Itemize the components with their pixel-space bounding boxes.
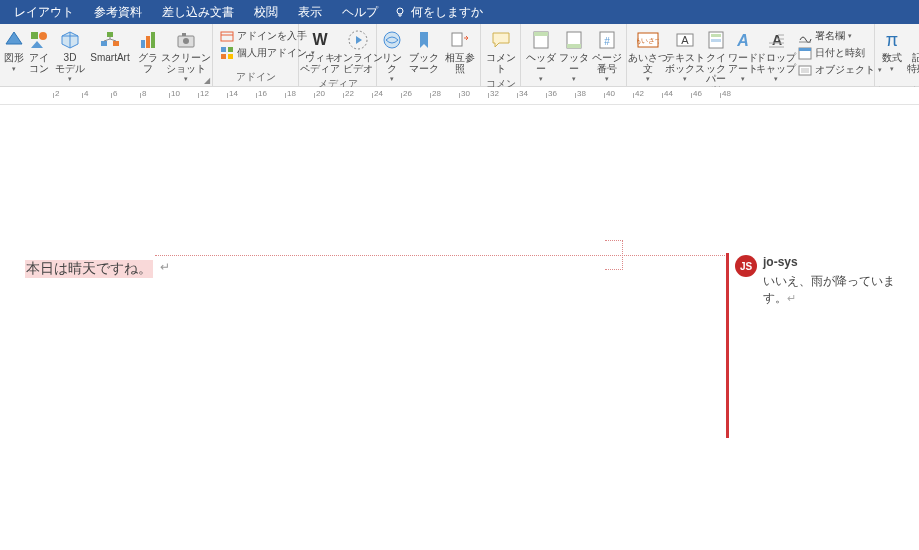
dropcap-label: ドロップ キャップ [756,53,796,74]
menu-layout[interactable]: レイアウト [4,1,84,24]
svg-text:W: W [312,31,328,48]
link-label: リン ク [382,53,402,74]
3d-models-button[interactable]: 3D モデル ▾ [53,26,87,84]
footer-icon [563,29,585,51]
menu-view[interactable]: 表示 [288,1,332,24]
get-addins-label: アドインを入手 [237,29,307,43]
datetime-button[interactable]: 日付と時刻 [796,45,884,61]
store-icon [220,29,234,43]
smartart-icon [99,29,121,51]
comment-track-bar [726,253,729,438]
signature-icon [798,29,812,43]
tracked-change-text[interactable]: 本日は晴天ですね。 [25,260,153,278]
svg-point-2 [39,32,47,40]
svg-rect-37 [799,48,811,51]
pagenumber-icon: # [596,29,618,51]
link-button[interactable]: リン ク ▾ [380,26,405,84]
ruler-mark: 18 [287,89,296,98]
shapes-icon [3,29,25,51]
symbol-button[interactable]: Ω 記号と 特殊文字 ▾ [906,26,919,84]
icons-label: アイコン [26,53,52,74]
svg-rect-33 [711,39,721,42]
icons-icon [28,29,50,51]
ruler-mark: 16 [258,89,267,98]
svg-rect-14 [228,47,233,52]
textbox-icon: A [674,29,696,51]
svg-rect-3 [107,32,113,37]
comment-icon [490,29,512,51]
my-addins-label: 個人用アドイン [237,46,307,60]
datetime-label: 日付と時刻 [815,46,865,60]
pagenumber-button[interactable]: # ページ 番号 ▾ [590,26,623,84]
bookmark-icon [413,29,435,51]
smartart-button[interactable]: SmartArt [87,26,133,84]
document-page[interactable]: 本日は晴天ですね。 ↵ [0,105,720,550]
dropdown-icon: ▾ [572,75,576,82]
signature-label: 署名欄 [815,29,845,43]
ruler-mark: 12 [200,89,209,98]
svg-rect-1 [31,32,38,39]
svg-text:π: π [886,30,898,50]
chart-button[interactable]: グラフ [133,26,163,84]
chart-label: グラフ [134,53,162,74]
svg-point-0 [397,8,403,14]
equation-button[interactable]: π 数式 ▾ [878,26,906,84]
object-button[interactable]: オブジェクト ▾ [796,62,884,78]
svg-rect-39 [801,68,809,73]
link-icon [381,29,403,51]
svg-rect-5 [113,41,119,46]
screenshot-label: スクリーン ショット [161,53,211,74]
dropdown-icon: ▾ [890,65,894,72]
menu-references[interactable]: 参考資料 [84,1,152,24]
icons-button[interactable]: アイコン [25,26,53,84]
ruler-mark: 22 [345,89,354,98]
group-addins: アドインを入手 個人用アドイン ▾ アドイン [213,24,299,86]
svg-rect-16 [228,54,233,59]
smartart-label: SmartArt [90,53,129,64]
header-label: ヘッダー [525,53,556,74]
ruler-mark: 48 [722,89,731,98]
tell-me-search[interactable]: 何をしますか [394,4,483,21]
online-video-button[interactable]: オンライン ビデオ [338,26,378,76]
svg-rect-8 [151,32,155,48]
pi-icon: π [881,29,903,51]
shapes-button[interactable]: 図形 ▾ [3,26,25,84]
screenshot-button[interactable]: スクリーン ショット ▾ [163,26,209,84]
textbox-label: テキスト ボックス [665,53,705,74]
wordart-label: ワード アート [728,53,758,74]
svg-text:A: A [772,32,782,48]
bookmark-button[interactable]: ブックマーク [405,26,443,84]
ruler-mark: 34 [519,89,528,98]
comment-text-content: いいえ、雨が降っています。 [763,274,895,305]
comment-label: コメン ト [486,53,516,74]
svg-rect-11 [182,33,186,36]
horizontal-ruler[interactable]: 2468101214161820222426283032343638404244… [0,87,919,105]
camera-icon [175,29,197,51]
dropcap-icon: A [765,29,787,51]
ruler-mark: 20 [316,89,325,98]
menu-help[interactable]: ヘルプ [332,1,388,24]
header-button[interactable]: ヘッダー ▾ [524,26,557,84]
menu-mailings[interactable]: 差し込み文書 [152,1,244,24]
ruler-mark: 26 [403,89,412,98]
signature-button[interactable]: 署名欄 ▾ [796,28,884,44]
svg-text:A: A [736,32,749,49]
menu-review[interactable]: 校閲 [244,1,288,24]
comment-body[interactable]: いいえ、雨が降っています。↵ [763,273,915,307]
footer-button[interactable]: フッター ▾ [557,26,590,84]
comment-balloon[interactable]: JS jo-sys いいえ、雨が降っています。↵ [735,255,915,307]
quickparts-icon [705,29,727,51]
dropdown-icon: ▾ [741,75,745,82]
avatar: JS [735,255,757,277]
ruler-mark: 8 [142,89,146,98]
dialog-launcher-icon[interactable]: ◢ [204,76,210,85]
object-label: オブジェクト [815,63,875,77]
cube-icon [59,29,81,51]
crossref-button[interactable]: 相互参照 [443,26,477,84]
paragraph-mark: ↵ [787,292,796,304]
comment-button[interactable]: コメン ト [484,26,517,76]
bookmark-label: ブックマーク [406,53,442,74]
dropdown-icon: ▾ [12,65,16,72]
ruler-mark: 36 [548,89,557,98]
svg-rect-24 [567,44,581,48]
